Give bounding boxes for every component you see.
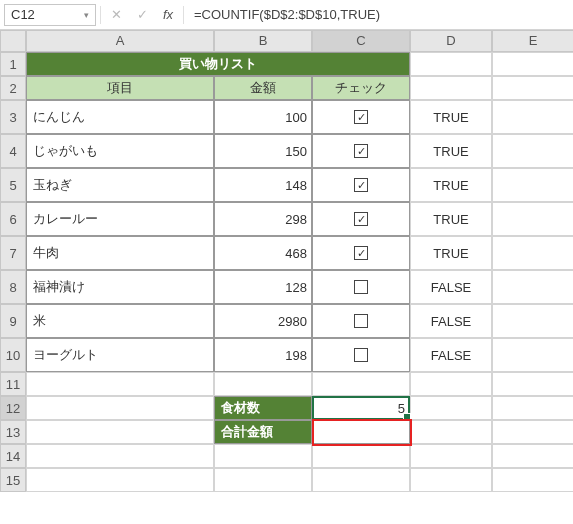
name-box[interactable]: C12 ▾	[4, 4, 96, 26]
item-check[interactable]	[312, 270, 410, 304]
cancel-button[interactable]: ✕	[105, 4, 127, 26]
insert-function-button[interactable]: fx	[157, 4, 179, 26]
checkbox-icon[interactable]: ✓	[354, 178, 368, 192]
title-cell[interactable]: 買い物リスト	[26, 52, 410, 76]
cell-A14[interactable]	[26, 444, 214, 468]
header-item[interactable]: 項目	[26, 76, 214, 100]
total-value-cell[interactable]	[312, 420, 410, 444]
cell-E2[interactable]	[492, 76, 573, 100]
checkbox-icon[interactable]	[354, 314, 368, 328]
item-flag[interactable]: FALSE	[410, 338, 492, 372]
header-amount[interactable]: 金額	[214, 76, 312, 100]
cell-E6[interactable]	[492, 202, 573, 236]
item-amount[interactable]: 150	[214, 134, 312, 168]
item-flag[interactable]: TRUE	[410, 202, 492, 236]
item-name[interactable]: じゃがいも	[26, 134, 214, 168]
col-header-B[interactable]: B	[214, 30, 312, 52]
enter-button[interactable]: ✓	[131, 4, 153, 26]
item-check[interactable]: ✓	[312, 202, 410, 236]
cell-C14[interactable]	[312, 444, 410, 468]
select-all-corner[interactable]	[0, 30, 26, 52]
cell-D12[interactable]	[410, 396, 492, 420]
cell-A13[interactable]	[26, 420, 214, 444]
item-name[interactable]: 牛肉	[26, 236, 214, 270]
row-header-11[interactable]: 11	[0, 372, 26, 396]
item-check[interactable]	[312, 304, 410, 338]
cell-E11[interactable]	[492, 372, 573, 396]
item-flag[interactable]: TRUE	[410, 168, 492, 202]
cell-E8[interactable]	[492, 270, 573, 304]
item-name[interactable]: 米	[26, 304, 214, 338]
col-header-D[interactable]: D	[410, 30, 492, 52]
cell-B11[interactable]	[214, 372, 312, 396]
cell-D14[interactable]	[410, 444, 492, 468]
checkbox-icon[interactable]	[354, 280, 368, 294]
cell-C15[interactable]	[312, 468, 410, 492]
cell-E9[interactable]	[492, 304, 573, 338]
cell-E12[interactable]	[492, 396, 573, 420]
checkbox-icon[interactable]	[354, 348, 368, 362]
row-header-2[interactable]: 2	[0, 76, 26, 100]
cell-E14[interactable]	[492, 444, 573, 468]
item-amount[interactable]: 468	[214, 236, 312, 270]
row-header-12[interactable]: 12	[0, 396, 26, 420]
row-header-10[interactable]: 10	[0, 338, 26, 372]
cell-E5[interactable]	[492, 168, 573, 202]
item-name[interactable]: 福神漬け	[26, 270, 214, 304]
row-header-4[interactable]: 4	[0, 134, 26, 168]
cell-E13[interactable]	[492, 420, 573, 444]
formula-input[interactable]: =COUNTIF($D$2:$D$10,TRUE)	[188, 7, 569, 22]
checkbox-icon[interactable]: ✓	[354, 144, 368, 158]
col-header-E[interactable]: E	[492, 30, 573, 52]
cell-D13[interactable]	[410, 420, 492, 444]
item-check[interactable]: ✓	[312, 168, 410, 202]
cell-E10[interactable]	[492, 338, 573, 372]
row-header-13[interactable]: 13	[0, 420, 26, 444]
cell-C11[interactable]	[312, 372, 410, 396]
cell-D1[interactable]	[410, 52, 492, 76]
item-check[interactable]	[312, 338, 410, 372]
item-amount[interactable]: 198	[214, 338, 312, 372]
row-header-3[interactable]: 3	[0, 100, 26, 134]
checkbox-icon[interactable]: ✓	[354, 246, 368, 260]
item-flag[interactable]: FALSE	[410, 304, 492, 338]
item-name[interactable]: ヨーグルト	[26, 338, 214, 372]
cell-E3[interactable]	[492, 100, 573, 134]
count-label[interactable]: 食材数	[214, 396, 312, 420]
item-flag[interactable]: TRUE	[410, 236, 492, 270]
item-amount[interactable]: 148	[214, 168, 312, 202]
item-flag[interactable]: FALSE	[410, 270, 492, 304]
cell-B14[interactable]	[214, 444, 312, 468]
cell-D2[interactable]	[410, 76, 492, 100]
item-check[interactable]: ✓	[312, 134, 410, 168]
row-header-15[interactable]: 15	[0, 468, 26, 492]
row-header-8[interactable]: 8	[0, 270, 26, 304]
col-header-A[interactable]: A	[26, 30, 214, 52]
item-check[interactable]: ✓	[312, 100, 410, 134]
item-name[interactable]: にんじん	[26, 100, 214, 134]
item-flag[interactable]: TRUE	[410, 134, 492, 168]
total-label[interactable]: 合計金額	[214, 420, 312, 444]
row-header-9[interactable]: 9	[0, 304, 26, 338]
row-header-14[interactable]: 14	[0, 444, 26, 468]
cell-E1[interactable]	[492, 52, 573, 76]
item-amount[interactable]: 2980	[214, 304, 312, 338]
row-header-5[interactable]: 5	[0, 168, 26, 202]
item-check[interactable]: ✓	[312, 236, 410, 270]
item-amount[interactable]: 128	[214, 270, 312, 304]
cell-E7[interactable]	[492, 236, 573, 270]
item-flag[interactable]: TRUE	[410, 100, 492, 134]
item-amount[interactable]: 100	[214, 100, 312, 134]
row-header-1[interactable]: 1	[0, 52, 26, 76]
cell-E15[interactable]	[492, 468, 573, 492]
cell-D15[interactable]	[410, 468, 492, 492]
cell-A11[interactable]	[26, 372, 214, 396]
checkbox-icon[interactable]: ✓	[354, 212, 368, 226]
cell-B15[interactable]	[214, 468, 312, 492]
count-value-cell[interactable]: 5	[312, 396, 410, 420]
item-name[interactable]: カレールー	[26, 202, 214, 236]
cell-A12[interactable]	[26, 396, 214, 420]
col-header-C[interactable]: C	[312, 30, 410, 52]
header-check[interactable]: チェック	[312, 76, 410, 100]
checkbox-icon[interactable]: ✓	[354, 110, 368, 124]
